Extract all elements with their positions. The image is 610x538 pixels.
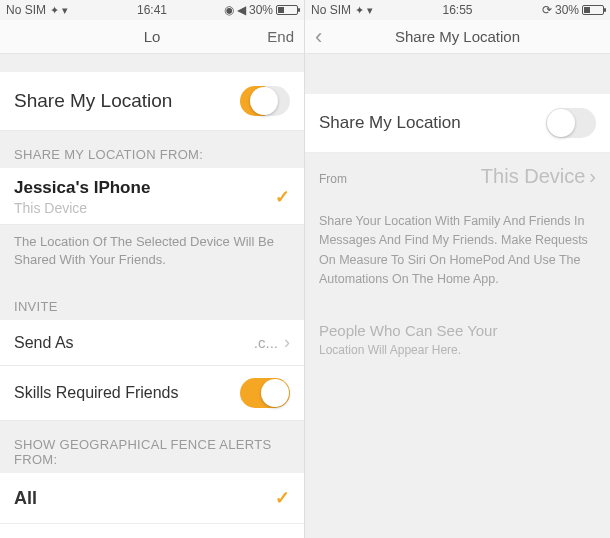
checkmark-icon: ✓ (275, 186, 290, 208)
share-location-label: Share My Location (14, 90, 240, 112)
clock: 16:41 (137, 3, 167, 17)
from-label: From (319, 172, 347, 186)
send-as-label: Send As (14, 334, 254, 352)
device-name: Jessica's IPhone (14, 178, 275, 198)
spacer (305, 54, 610, 94)
page-title: Share My Location (386, 28, 529, 45)
status-bar: No SIM ✦ ▾ 16:55 ⟳ 30% (305, 0, 610, 20)
share-location-toggle[interactable] (240, 86, 290, 116)
fence-header: SHOW GEOGRAPHICAL FENCE ALERTS FROM: (0, 421, 304, 473)
fence-option-all[interactable]: All ✓ (0, 473, 304, 524)
share-location-row: Share My Location (0, 72, 304, 131)
battery-percent: 30% (555, 3, 579, 17)
end-button[interactable]: End (223, 28, 294, 45)
share-location-toggle[interactable] (546, 108, 596, 138)
page-title: Lo (81, 28, 223, 45)
invite-header: INVITE (0, 283, 304, 320)
from-row[interactable]: From This Device › (305, 153, 610, 200)
phone-right: No SIM ✦ ▾ 16:55 ⟳ 30% ‹ Share My Locati… (305, 0, 610, 538)
people-header: People Who Can See Your (305, 302, 610, 343)
chevron-right-icon: › (284, 332, 290, 353)
refresh-icon: ⟳ (542, 3, 552, 17)
battery-icon (276, 5, 298, 15)
status-bar: No SIM ✦ ▾ 16:41 ◉ ◀ 30% (0, 0, 304, 20)
phone-left: No SIM ✦ ▾ 16:41 ◉ ◀ 30% Lo End Share My… (0, 0, 305, 538)
people-subtitle: Location Will Appear Here. (305, 343, 610, 377)
empty-area (305, 377, 610, 539)
fence-all-label: All (14, 488, 275, 509)
device-subtitle: This Device (14, 200, 275, 216)
section-from-header: SHARE MY LOCATION FROM: (0, 131, 304, 168)
from-footer: The Location Of The Selected Device Will… (0, 225, 304, 283)
location-arrow-icon: ◉ ◀ (224, 3, 246, 17)
skills-label: Skills Required Friends (14, 384, 240, 402)
share-location-row: Share My Location (305, 94, 610, 153)
share-location-label: Share My Location (319, 113, 546, 133)
carrier-label: No SIM (6, 3, 46, 17)
from-value: This Device (347, 165, 585, 188)
share-footer: Share Your Location With Family And Frie… (305, 200, 610, 302)
skills-toggle[interactable] (240, 378, 290, 408)
nav-bar: Lo End (0, 20, 304, 54)
nav-bar: ‹ Share My Location (305, 20, 610, 54)
skills-row: Skills Required Friends (0, 366, 304, 421)
back-button[interactable]: ‹ (315, 24, 322, 49)
clock: 16:55 (442, 3, 472, 17)
checkmark-icon: ✓ (275, 487, 290, 509)
wifi-icon: ✦ ▾ (355, 4, 373, 17)
wifi-icon: ✦ ▾ (50, 4, 68, 17)
battery-icon (582, 5, 604, 15)
fence-option-friends[interactable]: Only My Friends (0, 524, 304, 538)
chevron-right-icon: › (589, 165, 596, 188)
send-as-value: .c... (254, 334, 278, 351)
battery-percent: 30% (249, 3, 273, 17)
device-row[interactable]: Jessica's IPhone This Device ✓ (0, 168, 304, 225)
send-as-row[interactable]: Send As .c... › (0, 320, 304, 366)
carrier-label: No SIM (311, 3, 351, 17)
